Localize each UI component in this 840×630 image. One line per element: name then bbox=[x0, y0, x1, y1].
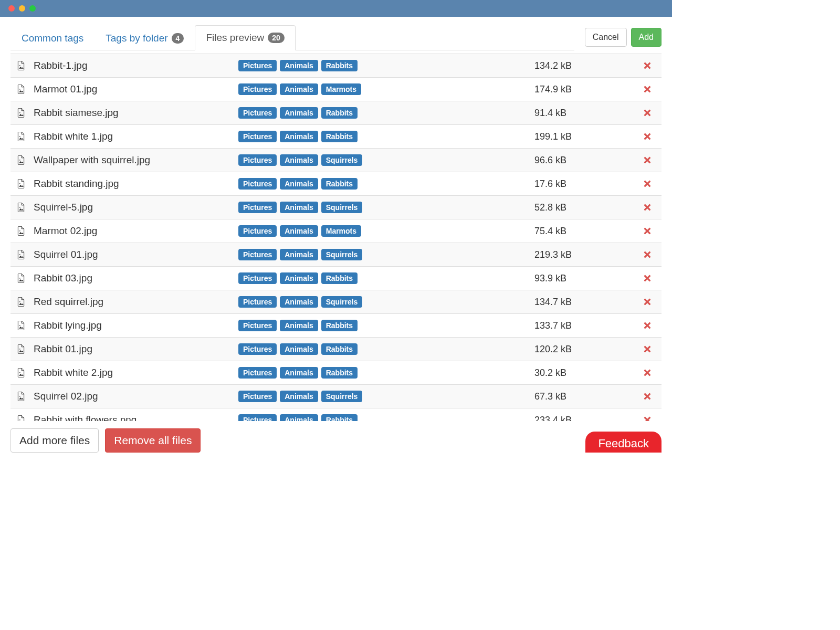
tag[interactable]: Animals bbox=[280, 154, 318, 166]
feedback-button[interactable]: Feedback bbox=[585, 432, 662, 453]
tag[interactable]: Animals bbox=[280, 225, 318, 237]
svg-point-14 bbox=[19, 396, 20, 397]
add-more-files-button[interactable]: Add more files bbox=[10, 428, 99, 453]
file-row: Marmot 02.jpgPicturesAnimalsMarmots75.4 … bbox=[10, 219, 662, 243]
tag[interactable]: Pictures bbox=[238, 178, 277, 190]
file-list[interactable]: Rabbit-1.jpgPicturesAnimalsRabbits134.2 … bbox=[10, 54, 662, 421]
tag[interactable]: Rabbits bbox=[321, 414, 358, 421]
add-button[interactable]: Add bbox=[631, 28, 662, 47]
tag[interactable]: Animals bbox=[280, 202, 318, 213]
file-row: Rabbit white 1.jpgPicturesAnimalsRabbits… bbox=[10, 124, 662, 148]
file-tags: PicturesAnimalsMarmots bbox=[238, 83, 534, 95]
tag[interactable]: Squirrels bbox=[321, 296, 363, 308]
tag[interactable]: Rabbits bbox=[321, 178, 358, 190]
remove-file-button[interactable] bbox=[639, 132, 655, 141]
tag[interactable]: Pictures bbox=[238, 83, 277, 95]
tag[interactable]: Pictures bbox=[238, 107, 277, 119]
tag[interactable]: Squirrels bbox=[321, 249, 363, 260]
image-file-icon bbox=[17, 321, 26, 330]
remove-file-button[interactable] bbox=[639, 392, 655, 401]
tag[interactable]: Pictures bbox=[238, 414, 277, 421]
tag[interactable]: Rabbits bbox=[321, 320, 358, 331]
tab-files-preview[interactable]: Files preview 20 bbox=[195, 25, 295, 50]
tag[interactable]: Animals bbox=[280, 60, 318, 71]
tab-badge: 20 bbox=[268, 33, 285, 43]
tag[interactable]: Animals bbox=[280, 391, 318, 402]
tag[interactable]: Animals bbox=[280, 131, 318, 142]
tag[interactable]: Marmots bbox=[321, 225, 361, 237]
remove-file-button[interactable] bbox=[639, 179, 655, 188]
remove-file-button[interactable] bbox=[639, 274, 655, 283]
tab-tags-by-folder[interactable]: Tags by folder 4 bbox=[94, 25, 195, 50]
tag[interactable]: Animals bbox=[280, 367, 318, 379]
tag[interactable]: Pictures bbox=[238, 391, 277, 402]
file-name: Rabbit with flowers.png bbox=[34, 414, 238, 421]
file-size: 67.3 kB bbox=[534, 391, 639, 402]
tag[interactable]: Animals bbox=[280, 343, 318, 355]
tag[interactable]: Pictures bbox=[238, 367, 277, 379]
tag[interactable]: Marmots bbox=[321, 83, 361, 95]
tag[interactable]: Pictures bbox=[238, 225, 277, 237]
tab-common-tags[interactable]: Common tags bbox=[10, 25, 94, 50]
tag[interactable]: Rabbits bbox=[321, 107, 358, 119]
tag[interactable]: Pictures bbox=[238, 343, 277, 355]
file-name: Wallpaper with squirrel.jpg bbox=[34, 154, 238, 166]
maximize-window-button[interactable] bbox=[29, 5, 36, 12]
svg-point-11 bbox=[19, 325, 20, 326]
file-name: Rabbit white 1.jpg bbox=[34, 131, 238, 142]
tag[interactable]: Animals bbox=[280, 414, 318, 421]
close-icon bbox=[643, 203, 652, 212]
tab-badge: 4 bbox=[172, 33, 184, 44]
tag[interactable]: Squirrels bbox=[321, 154, 363, 166]
remove-file-button[interactable] bbox=[639, 203, 655, 212]
tag[interactable]: Pictures bbox=[238, 320, 277, 331]
image-file-icon bbox=[17, 132, 26, 141]
remove-file-button[interactable] bbox=[639, 85, 655, 94]
remove-file-button[interactable] bbox=[639, 226, 655, 236]
tag[interactable]: Rabbits bbox=[321, 60, 358, 71]
file-size: 134.7 kB bbox=[534, 297, 639, 308]
tag[interactable]: Pictures bbox=[238, 202, 277, 213]
remove-file-button[interactable] bbox=[639, 108, 655, 118]
tag[interactable]: Rabbits bbox=[321, 131, 358, 142]
remove-file-button[interactable] bbox=[639, 344, 655, 354]
tag[interactable]: Pictures bbox=[238, 249, 277, 260]
minimize-window-button[interactable] bbox=[19, 5, 25, 12]
tag[interactable]: Animals bbox=[280, 249, 318, 260]
tag[interactable]: Animals bbox=[280, 107, 318, 119]
remove-file-button[interactable] bbox=[639, 155, 655, 165]
tag[interactable]: Pictures bbox=[238, 296, 277, 308]
remove-all-files-button[interactable]: Remove all files bbox=[105, 428, 201, 453]
remove-file-button[interactable] bbox=[639, 415, 655, 421]
tag[interactable]: Squirrels bbox=[321, 391, 363, 402]
tag[interactable]: Rabbits bbox=[321, 343, 358, 355]
file-row: Squirrel 01.jpgPicturesAnimalsSquirrels2… bbox=[10, 243, 662, 266]
file-row: Rabbit-1.jpgPicturesAnimalsRabbits134.2 … bbox=[10, 54, 662, 77]
tag[interactable]: Animals bbox=[280, 272, 318, 284]
tab-label: Files preview bbox=[206, 32, 264, 44]
remove-file-button[interactable] bbox=[639, 368, 655, 377]
file-tags: PicturesAnimalsRabbits bbox=[238, 60, 534, 71]
cancel-button[interactable]: Cancel bbox=[585, 28, 627, 47]
close-window-button[interactable] bbox=[8, 5, 15, 12]
tag[interactable]: Animals bbox=[280, 320, 318, 331]
image-file-icon bbox=[17, 155, 26, 165]
tag[interactable]: Pictures bbox=[238, 131, 277, 142]
tag[interactable]: Animals bbox=[280, 178, 318, 190]
tag[interactable]: Squirrels bbox=[321, 202, 363, 213]
svg-point-12 bbox=[19, 349, 20, 350]
remove-file-button[interactable] bbox=[639, 250, 655, 259]
tag[interactable]: Pictures bbox=[238, 154, 277, 166]
tag[interactable]: Rabbits bbox=[321, 272, 358, 284]
tag[interactable]: Pictures bbox=[238, 272, 277, 284]
remove-file-button[interactable] bbox=[639, 321, 655, 330]
file-size: 133.7 kB bbox=[534, 320, 639, 331]
remove-file-button[interactable] bbox=[639, 61, 655, 70]
tag[interactable]: Animals bbox=[280, 83, 318, 95]
tag[interactable]: Animals bbox=[280, 296, 318, 308]
image-file-icon bbox=[17, 297, 26, 307]
remove-file-button[interactable] bbox=[639, 297, 655, 307]
tag[interactable]: Pictures bbox=[238, 60, 277, 71]
file-name: Rabbit white 2.jpg bbox=[34, 367, 238, 379]
tag[interactable]: Rabbits bbox=[321, 367, 358, 379]
